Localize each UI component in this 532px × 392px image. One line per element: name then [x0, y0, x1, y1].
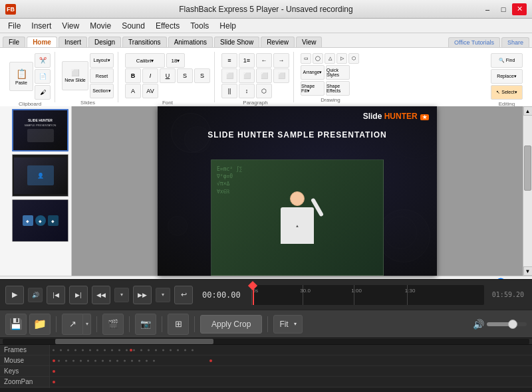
ribbon-shape-1[interactable]: ▭	[301, 53, 311, 64]
rewind-arrow[interactable]: ▾	[114, 288, 129, 302]
step-forward-button[interactable]: ▶▶	[133, 286, 152, 304]
keys-marker-1	[53, 370, 55, 373]
ribbon-increase-btn[interactable]: →	[273, 53, 289, 68]
skip-to-start-button[interactable]: |◀	[47, 286, 65, 304]
ribbon-bold-btn[interactable]: B	[125, 68, 141, 83]
screenshot-button[interactable]: 📷	[135, 314, 156, 335]
menu-sound[interactable]: Sound	[116, 20, 150, 32]
ribbon-columns-btn[interactable]: ||	[221, 84, 237, 98]
ribbon-shape-2[interactable]: ◯	[313, 53, 323, 64]
ribbon-quick-styles-btn[interactable]: Quick Styles	[326, 65, 350, 80]
ribbon-section-btn[interactable]: Section▾	[90, 84, 114, 98]
slide-thumb-2[interactable]: 👤	[12, 154, 68, 197]
menu-file[interactable]: File	[3, 20, 26, 32]
menu-effects[interactable]: Effects	[150, 20, 185, 32]
ribbon-shape-4[interactable]: ▷	[336, 53, 347, 64]
ppt-tab-share[interactable]: Share	[501, 37, 529, 47]
menu-help[interactable]: Help	[214, 20, 241, 32]
ribbon-bullets-btn[interactable]: ≡	[221, 53, 237, 68]
rewind-button[interactable]: ◀◀	[92, 286, 110, 304]
step-forward-arrow[interactable]: ▾	[156, 288, 170, 302]
ribbon-shape-5[interactable]: ⬡	[348, 53, 359, 64]
right-scrollbar[interactable]: ▲ ▼	[523, 106, 532, 276]
ppt-tab-office-tutorials[interactable]: Office Tutorials	[448, 37, 500, 47]
scroll-thumb[interactable]	[524, 146, 531, 191]
ppt-tab-slideshow[interactable]: Slide Show	[214, 37, 259, 47]
slide-view: Slide HUNTER ★ SLIDE HUNTER SAMPLE PRESE…	[72, 106, 523, 276]
track-label-frames: Frames	[0, 345, 49, 355]
ribbon-arrange-btn[interactable]: Arrange▾	[301, 65, 325, 80]
video-export-button[interactable]: 🎬	[102, 314, 124, 335]
menu-movie[interactable]: Movie	[84, 20, 116, 32]
scroll-down-arrow[interactable]: ▼	[523, 266, 533, 276]
ribbon-align-left-btn[interactable]: ⬜	[221, 68, 237, 83]
ribbon-format-btn[interactable]: 🖌	[35, 85, 51, 100]
ribbon-align-center-btn[interactable]: ⬜	[239, 68, 255, 83]
menu-tools[interactable]: Tools	[185, 20, 214, 32]
menu-view[interactable]: View	[57, 20, 84, 32]
save-button[interactable]: 💾	[5, 314, 27, 335]
ribbon-select-btn[interactable]: ↖ Select▾	[491, 85, 523, 100]
ppt-tab-review[interactable]: Review	[261, 37, 295, 47]
ribbon-text-dir-btn[interactable]: ↕	[239, 84, 255, 98]
crop-button[interactable]: ⊞	[168, 314, 189, 335]
ribbon-shape-3[interactable]: △	[325, 53, 335, 64]
menu-insert[interactable]: Insert	[26, 20, 57, 32]
ribbon-shape-effects-btn[interactable]: Shape Effects	[326, 81, 350, 96]
share-arrow-button[interactable]: ▾	[83, 314, 91, 335]
slide-thumb-3[interactable]: ◆ ◆ ◆	[12, 199, 68, 242]
minimize-button[interactable]: –	[480, 3, 495, 15]
ppt-tab-insert[interactable]: Insert	[59, 37, 87, 47]
scroll-track[interactable]	[523, 116, 532, 266]
volume-slider[interactable]	[487, 322, 527, 326]
ppt-tab-design[interactable]: Design	[88, 37, 121, 47]
slide-panel: 1 SLIDE HUNTER SAMPLE PRESENTATION 2	[0, 106, 72, 276]
ribbon-strike-btn[interactable]: S	[177, 68, 193, 83]
ppt-tab-animations[interactable]: Animations	[168, 37, 213, 47]
timeline-horizontal-scroll[interactable]	[0, 338, 532, 345]
ribbon-smart-art-btn[interactable]: ⬡	[256, 84, 272, 98]
open-folder-button[interactable]: 📁	[29, 314, 51, 335]
ribbon-reset-btn[interactable]: Reset	[90, 68, 114, 83]
h-scroll-track[interactable]	[3, 339, 529, 344]
ribbon-find-btn[interactable]: 🔍 Find	[491, 53, 523, 68]
ribbon-cut-btn[interactable]: ✂️	[35, 53, 51, 68]
ribbon-new-slide-btn[interactable]: ⬜ New Slide	[62, 61, 88, 90]
ribbon-justify-btn[interactable]: ⬜	[273, 68, 289, 83]
ribbon-layout-btn[interactable]: Layout▾	[90, 53, 114, 68]
playhead[interactable]	[253, 285, 254, 305]
ppt-tab-transitions[interactable]: Transitions	[122, 37, 167, 47]
ribbon-underline-btn[interactable]: U	[160, 68, 176, 83]
undo-button[interactable]: ↩	[174, 286, 193, 304]
ribbon-font-name[interactable]: Calibri▾	[125, 53, 165, 68]
track-label-mouse: Mouse	[0, 355, 49, 366]
maximize-button[interactable]: □	[496, 3, 511, 15]
ppt-tab-view[interactable]: View	[296, 37, 323, 47]
play-button[interactable]: ▶	[5, 286, 24, 304]
ribbon-copy-btn[interactable]: 📄	[35, 69, 51, 84]
ribbon-decrease-btn[interactable]: ←	[256, 53, 272, 68]
ribbon-font-color-btn[interactable]: A	[125, 84, 141, 98]
ribbon-font-size[interactable]: 18▾	[166, 53, 185, 68]
ppt-tab-home[interactable]: Home	[27, 37, 57, 47]
ribbon-char-spacing-btn[interactable]: AV	[142, 84, 158, 98]
apply-crop-button[interactable]: Apply Crop	[200, 315, 262, 334]
ppt-tab-file[interactable]: File	[3, 37, 25, 47]
skip-to-end-button[interactable]: ▶|	[69, 286, 88, 304]
ribbon-italic-btn[interactable]: I	[142, 68, 158, 83]
ribbon-replace-btn[interactable]: Replace▾	[491, 69, 523, 84]
volume-toggle[interactable]: 🔊	[28, 288, 43, 302]
slide-thumb-1[interactable]: SLIDE HUNTER SAMPLE PRESENTATION	[12, 109, 68, 151]
ribbon-paste-btn[interactable]: 📋 Paste	[9, 62, 33, 91]
ribbon-shape-fill-btn[interactable]: Shape Fill▾	[301, 81, 325, 96]
ribbon-shadow-btn[interactable]: S	[194, 68, 210, 83]
scroll-up-arrow[interactable]: ▲	[523, 106, 533, 116]
volume-icon[interactable]: 🔊	[473, 319, 484, 330]
ribbon-numbering-btn[interactable]: 1≡	[239, 53, 255, 68]
h-scroll-thumb[interactable]	[55, 339, 213, 344]
fit-dropdown[interactable]: Fit ▾	[273, 315, 302, 334]
share-button[interactable]: ↗	[62, 314, 83, 335]
ribbon-align-right-btn[interactable]: ⬜	[256, 68, 272, 83]
toolbar-bar: 💾 📁 ↗ ▾ 🎬 📷 ⊞ Apply Crop Fit ▾ 🔊	[0, 310, 532, 338]
close-button[interactable]: ✕	[512, 3, 527, 15]
